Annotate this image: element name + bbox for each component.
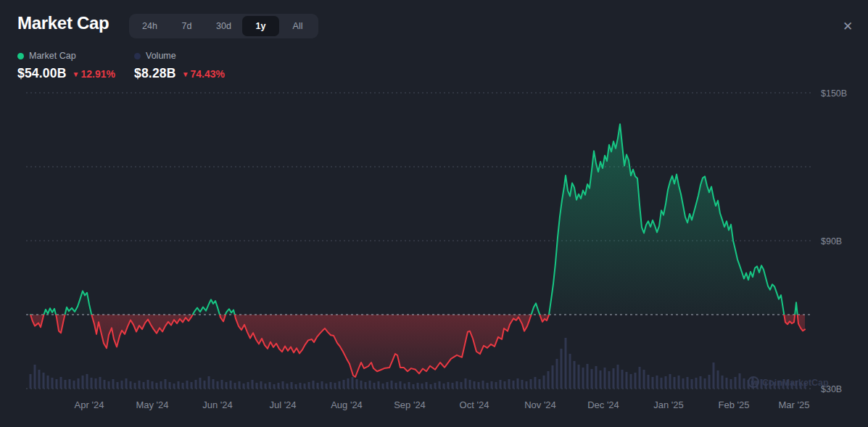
volume-bar	[465, 378, 467, 389]
volume-bar	[565, 338, 567, 389]
volume-bar	[395, 383, 397, 389]
volume-bar	[51, 378, 54, 389]
volume-bar	[687, 377, 689, 389]
volume-bar	[317, 383, 319, 389]
volume-bar	[356, 379, 358, 389]
volume-bar	[282, 381, 284, 389]
volume-bar	[239, 381, 241, 389]
volume-bar	[504, 381, 506, 389]
volume-bar	[656, 376, 658, 389]
x-tick-label: May '24	[136, 399, 168, 410]
volume-bar	[169, 382, 171, 389]
volume-bar	[691, 379, 693, 389]
volume-bar	[500, 380, 502, 389]
volume-bar	[426, 382, 428, 389]
volume-bar	[65, 380, 67, 389]
volume-bar	[604, 368, 606, 389]
volume-bar	[165, 379, 167, 389]
volume-bar	[682, 378, 685, 389]
volume-bar	[722, 376, 724, 389]
range-button-1y[interactable]: 1y	[242, 16, 279, 36]
volume-bar	[278, 383, 280, 389]
volume-bar	[47, 376, 49, 389]
volume-bar	[543, 376, 545, 389]
volume-bar	[243, 384, 245, 389]
volume-bar	[360, 381, 363, 389]
volume-bar	[626, 372, 628, 389]
volume-bar	[708, 375, 711, 389]
volume-bar	[617, 365, 619, 389]
x-tick-label: Jul '24	[269, 399, 296, 410]
volume-bar	[208, 376, 210, 389]
volume-bar	[552, 365, 554, 389]
volume-bar	[199, 378, 202, 389]
volume-bar	[513, 381, 515, 389]
time-range-selector: 24h 7d 30d 1y All	[129, 14, 318, 38]
volume-bar	[191, 382, 193, 389]
volume-bar	[495, 382, 497, 389]
volume-bar	[178, 381, 180, 389]
volume-bar	[265, 384, 267, 389]
volume-bar	[252, 380, 254, 389]
volume-bar	[73, 381, 75, 389]
volume-bar	[82, 376, 84, 389]
range-button-24h[interactable]: 24h	[131, 16, 168, 36]
volume-bar	[291, 382, 293, 389]
volume-bar	[117, 382, 119, 389]
market-cap-dot-icon	[17, 53, 24, 59]
volume-bar	[295, 384, 297, 389]
volume-bar	[182, 383, 184, 389]
down-triangle-icon: ▼	[182, 70, 189, 78]
x-tick-label: Sep '24	[394, 399, 426, 410]
volume-bar	[643, 370, 645, 389]
market-cap-metric: Market Cap $54.00B ▼ 12.91%	[17, 51, 115, 81]
volume-bar	[69, 379, 71, 389]
market-cap-change: ▼ 12.91%	[73, 68, 115, 80]
volume-bar	[447, 382, 450, 389]
volume-bar	[635, 373, 637, 389]
volume-bar	[478, 382, 480, 389]
y-tick-label: $150B	[821, 88, 847, 99]
volume-bar	[273, 384, 276, 389]
volume-bar	[574, 361, 576, 389]
volume-bar	[417, 383, 419, 389]
volume-bar	[595, 366, 598, 389]
market-cap-chart[interactable]: Apr '24May '24Jun '24Jul '24Aug '24Sep '…	[0, 0, 868, 427]
volume-bar	[400, 381, 402, 389]
volume-bar	[78, 378, 80, 389]
volume-bar	[121, 381, 123, 389]
volume-bar	[95, 378, 97, 389]
volume-bar	[104, 380, 106, 389]
close-button[interactable]: ✕	[837, 16, 859, 38]
volume-bar	[665, 376, 667, 389]
volume-bar	[134, 383, 136, 389]
volume-bar	[378, 381, 380, 389]
volume-bar	[234, 383, 236, 389]
volume-bar	[474, 381, 476, 389]
volume-bar	[630, 374, 632, 389]
close-icon: ✕	[843, 20, 853, 33]
svg-text:M: M	[751, 379, 756, 386]
range-button-7d[interactable]: 7d	[168, 16, 205, 36]
volume-bar	[173, 384, 175, 389]
volume-bar	[460, 382, 463, 389]
volume-bar	[539, 379, 541, 389]
volume-bar	[482, 381, 484, 389]
volume-bar	[60, 377, 62, 389]
volume-bar	[730, 379, 732, 389]
volume-bar	[212, 379, 215, 389]
volume-bar	[491, 381, 493, 389]
volume-bar	[373, 383, 376, 389]
volume-bar	[530, 379, 532, 389]
x-tick-label: Oct '24	[460, 399, 489, 410]
range-button-all[interactable]: All	[279, 16, 316, 36]
volume-bar	[147, 380, 149, 389]
volume-bar	[143, 382, 145, 389]
volume-bar	[86, 374, 88, 389]
volume-bar	[726, 378, 728, 389]
volume-bar	[330, 382, 332, 389]
market-cap-legend-label: Market Cap	[29, 51, 76, 61]
volume-bar	[556, 359, 558, 389]
volume-bar	[195, 380, 197, 389]
range-button-30d[interactable]: 30d	[205, 16, 242, 36]
